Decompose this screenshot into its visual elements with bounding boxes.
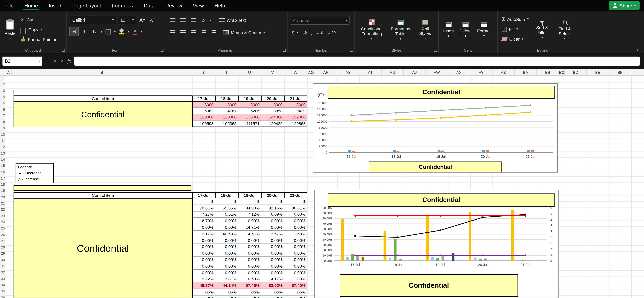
date-header-cell[interactable]: 19-Jul: [238, 96, 261, 102]
row-header-13[interactable]: 13: [0, 151, 5, 157]
font-color-button[interactable]: A: [131, 27, 139, 36]
format-painter-button[interactable]: Format Painter: [20, 35, 57, 43]
decrease-decimal-button[interactable]: →.00: [327, 30, 336, 35]
alignment-dialog-launcher[interactable]: [283, 49, 286, 52]
row-header-7[interactable]: 7: [0, 114, 5, 120]
table-cell[interactable]: 3.81%: [215, 276, 238, 283]
formula-input[interactable]: [74, 57, 640, 66]
table-cell[interactable]: 0.00%: [192, 263, 215, 270]
table-cell[interactable]: 8: [215, 198, 238, 205]
table-cell[interactable]: 129868: [284, 121, 307, 127]
table-cell[interactable]: 10.59%: [238, 276, 261, 283]
control-item-header-2[interactable]: Control item: [14, 192, 192, 198]
table-cell[interactable]: 9439: [284, 108, 307, 114]
table-cell[interactable]: 85%: [215, 289, 238, 296]
row-header-17[interactable]: 17: [0, 176, 5, 182]
find-select-button[interactable]: Find & Select ▾: [555, 14, 574, 46]
table-cell[interactable]: 8: [238, 198, 261, 205]
column-header-AY[interactable]: AY: [470, 69, 492, 75]
row-header-10[interactable]: 10: [0, 132, 5, 139]
table-cell[interactable]: 136000: [238, 114, 261, 121]
table-cell[interactable]: 0.00%: [238, 263, 261, 270]
table-cell[interactable]: 4.51%: [238, 231, 261, 237]
table-cell[interactable]: 0.00%: [261, 237, 284, 244]
table-cell[interactable]: 0.00%: [215, 244, 238, 250]
select-all-corner[interactable]: [0, 69, 5, 75]
table-cell[interactable]: 4767: [215, 108, 238, 114]
table-cell[interactable]: 0.00%: [238, 237, 261, 244]
row-header-21[interactable]: 21: [0, 201, 5, 208]
table-cell[interactable]: 92.16%: [261, 205, 284, 211]
table-cell[interactable]: 0.00%: [192, 257, 215, 263]
table-cell[interactable]: 0.00%: [192, 244, 215, 250]
date-header-cell[interactable]: 19-Jul: [238, 192, 261, 198]
row-header-29[interactable]: 29: [0, 251, 5, 258]
table-cell[interactable]: 0.00%: [284, 211, 307, 218]
table-cell[interactable]: 8.0: [238, 296, 261, 298]
table-cell[interactable]: 144000: [261, 114, 284, 121]
row-header-6[interactable]: 6: [0, 107, 5, 114]
date-header-cell[interactable]: 20-Jul: [261, 192, 284, 198]
column-header-AR[interactable]: AR: [315, 69, 337, 75]
clipboard-dialog-launcher[interactable]: [62, 49, 65, 52]
table-cell[interactable]: 85%: [261, 289, 284, 296]
row-header-19[interactable]: 19: [0, 189, 5, 195]
table-cell[interactable]: 0.00%: [215, 257, 238, 263]
number-format-select[interactable]: General▾: [291, 16, 350, 24]
borders-button[interactable]: [104, 27, 112, 36]
table-cell[interactable]: 0.00%: [215, 224, 238, 231]
table-cell[interactable]: 1.80%: [284, 276, 307, 283]
table-cell[interactable]: 0.00%: [192, 270, 215, 276]
table-cell[interactable]: 128000: [215, 114, 238, 121]
table-cell[interactable]: 0.00%: [238, 250, 261, 257]
row-header-23[interactable]: 23: [0, 214, 5, 220]
row-header-11[interactable]: 11: [0, 139, 5, 145]
date-header-cell[interactable]: 17-Jul: [192, 96, 215, 102]
row-header-15[interactable]: 15: [0, 164, 5, 170]
table-cell[interactable]: 0.00%: [284, 237, 307, 244]
chart1-bottom-label-box[interactable]: Confidential: [369, 161, 502, 172]
column-header-W[interactable]: W: [284, 69, 307, 75]
accounting-format-button[interactable]: $▾: [291, 29, 299, 36]
paste-button[interactable]: Paste ▾: [3, 14, 17, 46]
table-cell[interactable]: 120429: [261, 121, 284, 127]
table-cell[interactable]: 152000: [284, 114, 307, 121]
table-cell[interactable]: 0.00%: [215, 263, 238, 270]
tab-home[interactable]: Home: [19, 0, 44, 11]
tab-help[interactable]: Help: [209, 0, 230, 11]
cancel-icon[interactable]: ×: [54, 58, 57, 64]
table-cell[interactable]: 9.22%: [192, 276, 215, 283]
name-box[interactable]: B2 ▾: [2, 57, 42, 66]
table-cell[interactable]: 0.00%: [215, 270, 238, 276]
table-cell[interactable]: 8.0: [284, 296, 307, 298]
tab-insert[interactable]: Insert: [43, 0, 67, 11]
table-cell[interactable]: 0.00%: [261, 257, 284, 263]
chart2-bottom-label-box[interactable]: Confidential: [340, 274, 518, 297]
table-cell[interactable]: 0.00%: [192, 224, 215, 231]
table-cell[interactable]: 8: [261, 198, 284, 205]
row-header-31[interactable]: 31: [0, 264, 5, 270]
table-cell[interactable]: 4.17%: [261, 276, 284, 283]
date-header-cell[interactable]: 20-Jul: [261, 96, 284, 102]
table-cell[interactable]: 0.00%: [215, 218, 238, 224]
legend-box[interactable]: Legend: ▲ - Decrease △ - Increase: [16, 163, 54, 183]
row-header-2[interactable]: 2: [0, 82, 5, 88]
row-header-28[interactable]: 28: [0, 245, 5, 251]
table-cell[interactable]: 0.00%: [261, 224, 284, 231]
table-cell[interactable]: 7.12%: [238, 211, 261, 218]
table-cell[interactable]: 8000: [261, 102, 284, 108]
yellow-bar-row[interactable]: [14, 185, 192, 190]
font-dialog-launcher[interactable]: [160, 49, 164, 52]
row-header-36[interactable]: 36: [0, 295, 5, 298]
table-cell[interactable]: 0.00%: [261, 218, 284, 224]
column-header-AV[interactable]: AV: [404, 69, 426, 75]
bold-button[interactable]: B: [70, 27, 78, 36]
table-cell[interactable]: 8000: [192, 102, 215, 108]
column-header-AZ[interactable]: AZ: [492, 69, 515, 75]
confidential-box-2[interactable]: Confidential: [14, 198, 192, 298]
table-cell[interactable]: 12.17%: [192, 231, 215, 237]
sort-filter-button[interactable]: Sort & Filter ▾: [532, 14, 552, 46]
cut-button[interactable]: ✂Cut: [20, 16, 57, 23]
column-header-V[interactable]: V: [261, 69, 284, 75]
align-bottom-button[interactable]: [189, 16, 198, 24]
